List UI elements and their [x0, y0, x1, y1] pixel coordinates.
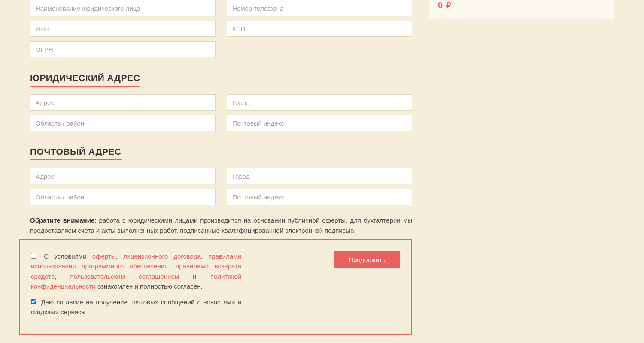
legal-region-field[interactable]: [30, 115, 216, 131]
terms-checkbox[interactable]: [31, 253, 36, 259]
postal-address-field[interactable]: [30, 168, 216, 184]
user-agreement-link[interactable]: пользовательским соглашением: [70, 273, 179, 280]
legal-city-field[interactable]: [227, 94, 412, 111]
license-link[interactable]: лицензионного договора: [123, 253, 201, 260]
legal-zip-field[interactable]: [227, 115, 412, 131]
postal-zip-field[interactable]: [227, 189, 412, 205]
postal-region-field[interactable]: [30, 189, 216, 205]
postal-city-field[interactable]: [227, 168, 412, 184]
postal-address-heading: ПОЧТОВЫЙ АДРЕС: [30, 147, 122, 160]
inn-field[interactable]: [30, 21, 216, 37]
legal-notice: Обратите внимание: работа с юридическими…: [30, 215, 412, 236]
total-price: 0 ₽: [429, 0, 614, 19]
newsletter-checkbox[interactable]: [31, 299, 36, 304]
ogrn-field[interactable]: [30, 41, 216, 57]
offer-link[interactable]: оферты: [92, 253, 116, 260]
phone-field[interactable]: [227, 0, 412, 16]
consent-prefix: С условиями: [44, 253, 92, 260]
legal-notice-strong: Обратите внимание: [30, 217, 94, 224]
legal-address-heading: ЮРИДИЧЕСКИЙ АДРЕС: [30, 73, 140, 87]
consent-suffix: ознакомлен и полностью согласен.: [96, 283, 203, 290]
consent-box: С условиями оферты, лицензионного догово…: [19, 239, 412, 335]
newsletter-label: Даю согласие на получение почтовых сообщ…: [31, 298, 241, 316]
org-name-field[interactable]: [30, 0, 216, 16]
legal-address-field[interactable]: [30, 94, 216, 111]
kpp-field[interactable]: [227, 21, 412, 37]
continue-button[interactable]: Продолжить: [334, 251, 400, 268]
